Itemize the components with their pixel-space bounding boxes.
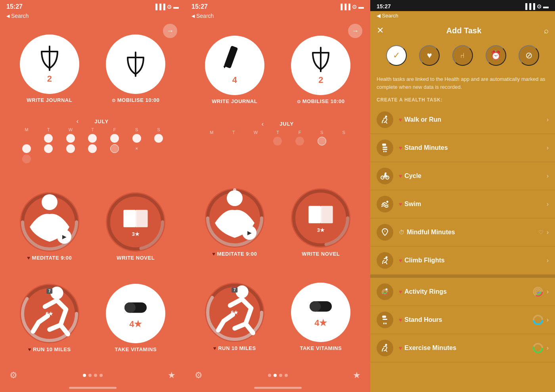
stand-hours-content: ♥ Stand Hours <box>399 316 532 323</box>
task-cell-write-journal-1[interactable]: 2 WRITE JOURNAL <box>6 23 93 115</box>
activity-rings-content: ♥ Activity Rings <box>399 288 532 295</box>
gear-icon-1[interactable]: ⚙ <box>10 370 17 381</box>
svg-point-36 <box>385 116 387 118</box>
swim-heart: ♥ <box>399 201 402 207</box>
exercise-chevron: › <box>547 344 549 352</box>
activity-rings-indicator <box>532 286 544 297</box>
task-cell-mobilise-2[interactable]: 2 ⊙ MOBILISE 10:00 <box>278 23 364 117</box>
stand-hours-indicator <box>532 314 544 325</box>
circle-mobilise-2: 2 <box>291 36 350 95</box>
search-back-1[interactable]: Search <box>0 12 185 21</box>
swim-content: ♥ Swim <box>399 201 547 208</box>
mindful-chevron: › <box>547 229 549 236</box>
time-2: 15:27 <box>191 3 208 10</box>
walk-run-heart: ♥ <box>399 117 402 123</box>
ring-meditate-2 <box>205 188 264 248</box>
health-item-walk-run[interactable]: ♥ Walk or Run › <box>370 106 555 134</box>
calendar-section-1: ‹ JULY M T W T F S S <box>10 116 176 165</box>
signal-icon-2: ▐▐▐ <box>339 4 350 10</box>
health-item-swim[interactable]: ♥ Swim › <box>370 190 555 218</box>
run-label-1: ♥ RUN 10 MILES <box>28 346 71 352</box>
star-icon-1[interactable]: ★ <box>168 370 176 381</box>
mindful-heart-badge: ♡ <box>538 229 544 235</box>
task-cell-vitamins-2[interactable]: 4★ TAKE VITAMINS <box>278 270 364 364</box>
play-btn-meditate-1[interactable] <box>57 229 71 244</box>
pencil-icon-2 <box>221 46 249 73</box>
svg-point-47 <box>385 172 387 174</box>
ring-run-2: 7 6★ <box>205 283 264 342</box>
svg-rect-39 <box>383 147 387 148</box>
cycle-right: › <box>547 172 549 180</box>
task-cell-meditate-2[interactable]: ♥ MEDITATE 9:00 <box>191 176 278 270</box>
cycle-icon <box>377 168 393 184</box>
home-indicator-2 <box>254 387 302 389</box>
calendar-month-2: JULY <box>279 121 294 127</box>
tab-clock-button[interactable]: ⏰ <box>486 45 506 66</box>
svg-point-68 <box>385 344 387 346</box>
health-item-stand-minutes[interactable]: ♥ Stand Minutes › <box>370 134 555 162</box>
book-icon-1 <box>122 207 149 230</box>
tab-food-button[interactable]: ⑁ <box>452 45 473 66</box>
close-button[interactable]: ✕ <box>377 25 384 36</box>
bottom-nav-1: ⚙ ★ <box>0 367 185 387</box>
star-icon-2[interactable]: ★ <box>353 370 361 381</box>
pill-icon-2 <box>307 296 335 316</box>
climb-chevron: › <box>547 257 549 264</box>
tab-icons-row: ✓ ♥ ⑁ ⏰ ⊘ <box>370 40 555 72</box>
task-cell-mobilise-1[interactable]: ⊙ MOBILISE 10:00 <box>93 23 179 115</box>
health-item-mindful[interactable]: ⏱ Mindful Minutes ♡ › <box>370 218 555 247</box>
search-back-2[interactable]: Search <box>185 12 370 21</box>
status-bar-2: 15:27 ▐▐▐ ⊙ ▬ <box>185 0 370 12</box>
search-back-3[interactable]: ◀ Search <box>377 13 398 19</box>
tab-cancel-button[interactable]: ⊘ <box>519 45 539 66</box>
swim-chevron: › <box>547 201 549 208</box>
cal-prev-2[interactable]: ‹ <box>262 120 264 128</box>
climb-right: › <box>547 257 549 264</box>
mindful-icon <box>377 224 393 241</box>
svg-rect-41 <box>383 151 385 152</box>
tab-heart-button[interactable]: ♥ <box>419 45 440 66</box>
gear-icon-2[interactable]: ⚙ <box>195 370 203 381</box>
activity-rings-icon <box>377 283 393 300</box>
health-item-activity-rings[interactable]: ♥ Activity Rings › <box>370 278 555 306</box>
task-cell-run-1[interactable]: 7 6★ ♥ RUN 10 MILES <box>6 272 93 364</box>
cal-prev-1[interactable]: ‹ <box>77 118 78 125</box>
cycle-name: Cycle <box>404 172 421 180</box>
wifi-icon-3: ⊙ <box>537 3 542 10</box>
stand-hours-chevron: › <box>547 316 549 323</box>
search-button[interactable]: ⌕ <box>544 26 549 35</box>
tab-check-button[interactable]: ✓ <box>386 45 407 66</box>
cycle-chevron: › <box>547 172 549 180</box>
health-item-stand-hours[interactable]: ♥ Stand Hours › <box>370 306 555 334</box>
health-item-exercise[interactable]: ♥ Exercise Minutes › <box>370 334 555 362</box>
play-btn-meditate-2[interactable] <box>242 226 256 240</box>
health-item-climb[interactable]: ♥ Climb Flights › <box>370 247 555 275</box>
activity-rings-name: Activity Rings <box>404 288 447 295</box>
meditate-icon-1 <box>20 192 79 252</box>
task-cell-write-novel-2[interactable]: 3★ WRITE NOVEL <box>278 176 364 270</box>
task-cell-meditate-1[interactable]: ♥ MEDITATE 9:00 <box>6 181 93 272</box>
calendar-month-1: JULY <box>94 119 109 124</box>
task-cell-vitamins-1[interactable]: 4★ TAKE VITAMINS <box>93 272 179 364</box>
phone-panel-2: 15:27 ▐▐▐ ⊙ ▬ Search → 4 WRITE JOURNAL <box>185 0 370 392</box>
status-bar-3: 15:27 ▐▐▐ ⊙ ▬ <box>370 0 555 11</box>
add-task-title: Add Task <box>446 26 482 35</box>
circle-mobilise-1 <box>106 34 165 94</box>
signal-icon-1: ▐▐▐ <box>153 4 165 10</box>
status-icons-1: ▐▐▐ ⊙ ▬ <box>153 4 179 10</box>
add-task-panel: 15:27 ▐▐▐ ⊙ ▬ ◀ Search ✕ Add Task ⌕ ✓ ♥ … <box>370 0 555 392</box>
pill-icon-1 <box>122 298 149 317</box>
tasks-grid-2: 4 WRITE JOURNAL 2 ⊙ MOBILISE 10:00 <box>185 21 370 367</box>
page-indicators-2 <box>268 374 288 377</box>
write-novel-label-2: WRITE NOVEL <box>302 251 340 257</box>
task-cell-write-journal-2[interactable]: 4 WRITE JOURNAL <box>191 23 278 117</box>
task-cell-write-novel-1[interactable]: 3★ WRITE NOVEL <box>93 181 179 272</box>
swim-icon <box>377 196 393 212</box>
section-label: CREATE A HEALTH TASK: <box>370 96 555 106</box>
task-cell-run-2[interactable]: 7 6★ ♥ RUN 10 MILES <box>191 270 278 364</box>
svg-point-48 <box>387 201 388 203</box>
health-item-cycle[interactable]: ♥ Cycle › <box>370 162 555 190</box>
time-3: 15:27 <box>377 3 391 10</box>
mindful-content: ⏱ Mindful Minutes <box>399 229 538 236</box>
svg-rect-35 <box>310 301 321 312</box>
